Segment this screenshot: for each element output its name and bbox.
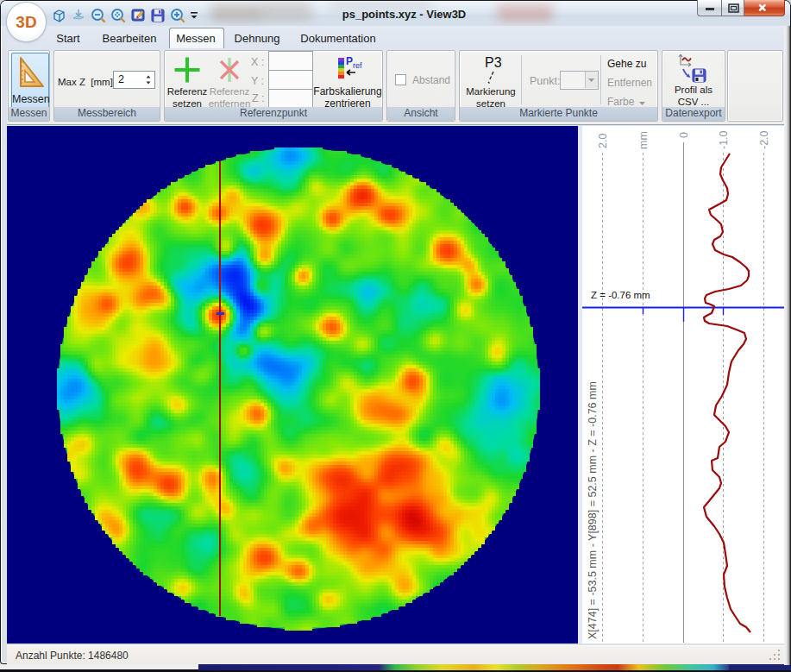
- svg-text:mm: mm: [637, 131, 650, 149]
- svg-text:Z = -0.76 mm: Z = -0.76 mm: [591, 290, 650, 300]
- svg-text:-1.0: -1.0: [718, 130, 730, 149]
- svg-text:ref: ref: [353, 61, 362, 70]
- svg-text:P: P: [346, 56, 353, 67]
- svg-text:X[474] = -53.5 mm - Y[898] = 5: X[474] = -53.5 mm - Y[898] = 52.5 mm - Z…: [587, 381, 599, 639]
- svg-text:2.0: 2.0: [597, 134, 609, 148]
- svg-text:0: 0: [678, 132, 690, 138]
- svg-text:-2.0: -2.0: [758, 130, 770, 149]
